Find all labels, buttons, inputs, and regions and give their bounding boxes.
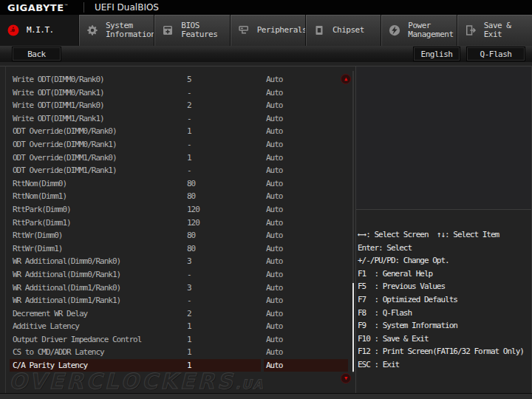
setting-row[interactable]: Write ODT(DIMM0/Rank1) - Auto [6,86,352,100]
bios-screen: GIGABYTE™ UEFI DualBIOS M.I.T. System In… [0,0,532,399]
tab-label: BIOS Features [181,21,229,39]
help-line: F5 : Previous Values [358,280,531,293]
setting-value: 1 [187,346,191,359]
setting-value: 3 [187,282,191,295]
setting-mode: Auto [266,190,283,203]
help-line: F9 : System Information [358,319,531,332]
tab-label: Chipset [332,26,381,35]
setting-name: WR Additional(Dimm0/Rank1) [13,268,120,282]
mit-dial-icon [6,23,21,38]
setting-value: 2 [187,307,191,321]
setting-row[interactable]: RttWr(Dimm0) 80 Auto [6,229,352,242]
setting-row[interactable]: C/A Parity Latency 1 Auto [6,359,352,372]
setting-value: - [187,86,191,100]
scroll-down-icon[interactable]: ▼ [341,373,351,383]
setting-name: RttNom(Dimm0) [13,177,66,191]
tab-mit[interactable]: M.I.T. [0,15,78,46]
setting-name: Decrement WR Delay [13,307,87,321]
setting-row[interactable]: RttPark(Dimm1) 120 Auto [6,216,352,230]
setting-value: 80 [187,229,195,242]
setting-row[interactable]: Additive Latency 1 Auto [6,320,352,333]
setting-row[interactable]: RttPark(Dimm0) 120 Auto [6,203,352,216]
save-exit-icon [463,23,478,38]
back-button[interactable]: Back [12,47,61,61]
setting-row[interactable]: Write ODT(DIMM1/Rank1) - Auto [6,112,352,126]
setting-value: 1 [187,151,191,165]
setting-mode: Auto [266,203,283,216]
trademark-mark: ™ [64,3,69,8]
topbar-divider [83,2,84,13]
help-line: F10 : Save & Exit [358,332,531,346]
help-line: Enter: Select [358,242,531,255]
tab-power-management[interactable]: Power Management [381,15,456,46]
toolbar: Back English Q-Flash [0,46,532,62]
setting-row[interactable]: Output Driver Impedance Control 1 Auto [6,333,352,347]
setting-row[interactable]: WR Additional(Dimm1/Rank0) 3 Auto [6,282,352,295]
setting-row[interactable]: ODT Override(DIMM1/Rank0) 1 Auto [6,151,352,165]
tab-bios-features[interactable]: BIOS Features [154,15,229,46]
setting-mode: Auto [266,282,283,295]
setting-value: 80 [187,242,195,256]
setting-value: - [187,112,191,126]
tab-label: Peripherals [257,26,305,35]
tab-save-exit[interactable]: Save & Exit [457,15,532,46]
setting-name: Additive Latency [13,320,79,333]
setting-mode: Auto [266,333,283,347]
setting-mode: Auto [266,125,283,138]
tab-system-information[interactable]: System Information [78,15,154,46]
setting-row[interactable]: Write ODT(DIMM0/Rank0) 5 Auto [6,73,352,86]
setting-row[interactable]: CS to CMD/ADDR Latency 1 Auto [6,346,352,359]
gigabyte-logo: GIGABYTE™ [7,2,69,13]
setting-row[interactable]: ODT Override(DIMM1/Rank1) - Auto [6,164,352,177]
tab-label: System Information [106,21,154,39]
setting-row[interactable]: RttWr(Dimm1) 80 Auto [6,242,352,256]
setting-value: 120 [187,203,200,216]
setting-row[interactable]: WR Additional(Dimm0/Rank0) 3 Auto [6,255,352,268]
setting-row[interactable]: WR Additional(Dimm1/Rank1) - Auto [6,294,352,307]
setting-row[interactable]: RttNom(Dimm1) 80 Auto [6,190,352,203]
setting-name: RttPark(Dimm0) [13,203,71,216]
setting-mode: Auto [266,99,283,112]
setting-row[interactable]: Write ODT(DIMM1/Rank0) 2 Auto [6,99,352,112]
setting-mode: Auto [266,242,283,256]
setting-row[interactable]: RttNom(Dimm0) 80 Auto [6,177,352,191]
gear-icon [85,23,100,38]
help-line: F1 : General Help [358,267,531,281]
tab-bar: M.I.T. System Information BIOS Features … [0,15,532,46]
help-line: +/-/PU/PD: Change Opt. [358,254,531,267]
setting-row[interactable]: Decrement WR Delay 2 Auto [6,307,352,321]
setting-mode: Auto [266,268,283,282]
help-line: F12 : Print Screen(FAT16/32 Format Only) [358,345,531,358]
setting-name: RttWr(Dimm1) [13,242,62,256]
scrollbar-thumb[interactable] [352,283,354,372]
setting-name: WR Additional(Dimm0/Rank0) [13,255,120,268]
bottom-strip [0,393,532,399]
item-help-box [356,66,531,210]
setting-row[interactable]: ODT Override(DIMM0/Rank1) - Auto [6,138,352,151]
qflash-button[interactable]: Q-Flash [466,47,525,61]
help-line: F8 : Q-Flash [358,307,531,320]
setting-mode: Auto [266,320,283,333]
setting-name: RttNom(Dimm1) [13,190,66,203]
setting-name: ODT Override(DIMM0/Rank1) [13,138,117,151]
hotkey-help: ←→: Select Screen ↑↓: Select Item Enter:… [358,228,531,372]
setting-name: ODT Override(DIMM1/Rank1) [13,164,117,177]
chipset-icon [312,23,327,38]
setting-value: 1 [187,125,191,138]
settings-list: Write ODT(DIMM0/Rank0) 5 Auto Write ODT(… [6,73,352,372]
setting-name: ODT Override(DIMM0/Rank0) [13,125,117,138]
tab-peripherals[interactable]: Peripherals [230,15,305,46]
language-button[interactable]: English [413,47,460,61]
setting-row[interactable]: ODT Override(DIMM0/Rank0) 1 Auto [6,125,352,138]
setting-mode: Auto [266,138,283,151]
bios-features-icon [160,23,175,38]
scroll-up-icon[interactable]: ▲ [341,74,351,84]
tab-label: M.I.T. [27,26,71,35]
setting-row[interactable]: WR Additional(Dimm0/Rank1) - Auto [6,268,352,282]
setting-value: 1 [187,359,191,372]
setting-value: 80 [187,190,195,203]
setting-name: RttPark(Dimm1) [13,216,71,230]
help-line: ←→: Select Screen ↑↓: Select Item [358,228,531,242]
tab-chipset[interactable]: Chipset [305,15,381,46]
setting-mode: Auto [266,229,283,242]
